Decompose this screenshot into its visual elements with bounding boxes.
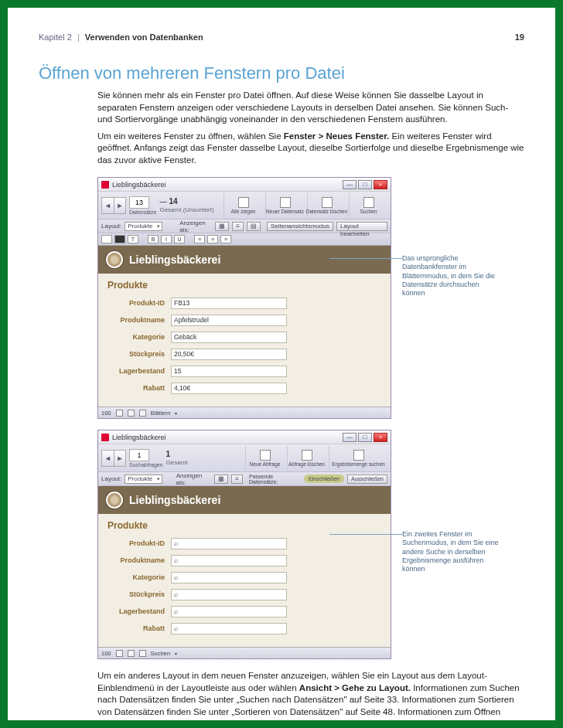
find-marker-icon: ⌕ bbox=[174, 556, 178, 564]
matching-label: Passende Datensätze: bbox=[249, 474, 301, 485]
delete-query-icon bbox=[302, 450, 312, 461]
view-as-label: Anzeigen als: bbox=[176, 472, 212, 486]
paragraph-3: Um ein anderes Layout in dem neuen Fenst… bbox=[97, 670, 524, 720]
stueckpreis-field[interactable]: 20,50€ bbox=[171, 349, 287, 360]
kategorie-field[interactable]: Gebäck bbox=[171, 332, 287, 343]
find-marker-icon: ⌕ bbox=[174, 590, 178, 598]
delete-record-button[interactable]: Datensatz löschen bbox=[307, 193, 346, 218]
mode-label: Blättern bbox=[151, 410, 171, 417]
next-request-button[interactable]: ► bbox=[114, 450, 126, 467]
align-left-button[interactable]: ≡ bbox=[194, 235, 205, 243]
italic-button[interactable]: I bbox=[161, 235, 172, 243]
slider-icon[interactable]: — bbox=[159, 198, 166, 206]
menu-path: Ansicht > Gehe zu Layout. bbox=[299, 683, 411, 692]
app-window-find: Lieblingsbäckerei — □ × ◄ ► 1 Suchabfrag… bbox=[97, 430, 391, 659]
align-center-button[interactable]: ≡ bbox=[207, 235, 218, 243]
align-right-button[interactable]: ≡ bbox=[220, 235, 231, 243]
minimize-button[interactable]: — bbox=[343, 180, 357, 189]
fill-black[interactable] bbox=[114, 235, 125, 243]
status-icon[interactable] bbox=[139, 410, 146, 417]
new-record-icon bbox=[280, 197, 291, 208]
record-number-field[interactable]: 13 bbox=[129, 196, 149, 209]
titlebar: Lieblingsbäckerei — □ × bbox=[98, 178, 391, 192]
total-count: 14 bbox=[169, 197, 177, 206]
perform-find-button[interactable]: Ergebnismenge suchen bbox=[329, 446, 387, 471]
prev-record-button[interactable]: ◄ bbox=[101, 197, 114, 214]
request-number-field[interactable]: 1 bbox=[129, 449, 149, 461]
layout-dropdown[interactable]: Produkte bbox=[125, 475, 162, 484]
view-table-button[interactable]: ▤ bbox=[247, 222, 261, 231]
main-toolbar: ◄ ► 13 Datensätze — 14 Gesamt (Unsortier… bbox=[98, 192, 391, 219]
minimize-button[interactable]: — bbox=[343, 433, 357, 442]
field-label: Produktname bbox=[107, 316, 171, 324]
total-label: Gesamt bbox=[166, 459, 188, 466]
callout-1: Das ursprüngliche Datenbankfenster im Bl… bbox=[402, 254, 503, 298]
field-label: Stückpreis bbox=[107, 590, 171, 598]
zoom-in-icon[interactable] bbox=[128, 650, 135, 657]
close-button[interactable]: × bbox=[374, 180, 387, 189]
rabatt-field[interactable]: 4,10€ bbox=[171, 383, 287, 394]
zoom-out-icon[interactable] bbox=[116, 410, 123, 417]
kategorie-field[interactable]: ⌕ bbox=[171, 572, 287, 583]
edit-layout-button[interactable]: Layout bearbeiten bbox=[336, 222, 387, 231]
produkt-id-field[interactable]: ⌕ bbox=[171, 538, 287, 549]
lagerbestand-field[interactable]: ⌕ bbox=[171, 606, 287, 617]
rabatt-field[interactable]: ⌕ bbox=[171, 623, 287, 634]
screenshot-1-wrap: Lieblingsbäckerei — □ × ◄ ► 13 Datensätz… bbox=[97, 177, 524, 419]
window-title: Lieblingsbäckerei bbox=[112, 434, 343, 441]
fill-white[interactable] bbox=[101, 235, 112, 243]
view-list-button[interactable]: ≡ bbox=[231, 475, 243, 484]
cookie-icon bbox=[106, 492, 123, 509]
stueckpreis-field[interactable]: ⌕ bbox=[171, 589, 287, 600]
new-record-button[interactable]: Neuer Datensatz bbox=[265, 193, 304, 218]
main-toolbar: ◄ ► 1 Suchabfragen 1 Gesamt Neue Abfrage… bbox=[98, 444, 391, 472]
lagerbestand-field[interactable]: 15 bbox=[171, 366, 287, 377]
show-all-button[interactable]: Alle zeigen bbox=[223, 193, 262, 218]
maximize-button[interactable]: □ bbox=[358, 433, 372, 442]
window-controls: — □ × bbox=[343, 180, 387, 189]
app-icon bbox=[101, 181, 109, 189]
next-record-button[interactable]: ► bbox=[114, 197, 126, 214]
mode-label: Suchen bbox=[151, 650, 170, 657]
find-button[interactable]: Suchen bbox=[349, 193, 387, 218]
produkt-id-field[interactable]: FB13 bbox=[171, 298, 287, 309]
close-button[interactable]: × bbox=[374, 433, 387, 442]
exclude-button[interactable]: Ausschließen bbox=[347, 475, 387, 484]
chapter-label: Kapitel 2 bbox=[39, 32, 72, 42]
total-count: 1 bbox=[166, 450, 171, 458]
status-icon[interactable] bbox=[139, 650, 146, 657]
cookie-icon bbox=[106, 251, 123, 268]
callout-line bbox=[329, 534, 402, 535]
content-header: Lieblingsbäckerei bbox=[98, 486, 391, 514]
zoom-out-icon[interactable] bbox=[116, 650, 123, 657]
zoom-in-icon[interactable] bbox=[128, 410, 135, 417]
prev-request-button[interactable]: ◄ bbox=[101, 450, 114, 467]
layout-dropdown[interactable]: Produkte bbox=[125, 222, 162, 231]
new-query-button[interactable]: Neue Abfrage bbox=[245, 446, 284, 471]
view-form-button[interactable]: ▦ bbox=[215, 222, 229, 231]
maximize-button[interactable]: □ bbox=[358, 180, 372, 189]
produktname-field[interactable]: Apfelstrudel bbox=[171, 315, 287, 326]
status-bar: 100 Blättern ▾ bbox=[98, 407, 391, 418]
tool-text[interactable]: T bbox=[128, 235, 138, 243]
delete-query-button[interactable]: Abfrage löschen bbox=[287, 446, 326, 471]
underline-button[interactable]: U bbox=[174, 235, 185, 243]
field-label: Kategorie bbox=[107, 573, 171, 581]
titlebar: Lieblingsbäckerei — □ × bbox=[98, 430, 391, 444]
include-button[interactable]: Einschließen bbox=[304, 475, 344, 483]
view-form-button[interactable]: ▦ bbox=[214, 475, 228, 484]
bold-button[interactable]: B bbox=[148, 235, 159, 243]
find-marker-icon: ⌕ bbox=[174, 607, 178, 615]
view-list-button[interactable]: ≡ bbox=[232, 222, 244, 231]
find-marker-icon: ⌕ bbox=[174, 624, 178, 632]
field-label: Produkt-ID bbox=[107, 299, 171, 307]
field-label: Produktname bbox=[107, 556, 171, 564]
show-all-icon bbox=[238, 197, 249, 208]
brand-title: Lieblingsbäckerei bbox=[129, 253, 220, 266]
status-bar: 100 Suchen ▾ bbox=[98, 647, 391, 658]
find-marker-icon: ⌕ bbox=[174, 539, 178, 547]
preview-mode-button[interactable]: Seitenansichtsmodus bbox=[267, 222, 333, 231]
paragraph-1: Sie können mehr als ein Fenster pro Date… bbox=[97, 90, 524, 126]
find-marker-icon: ⌕ bbox=[174, 573, 178, 581]
produktname-field[interactable]: ⌕ bbox=[171, 555, 287, 566]
